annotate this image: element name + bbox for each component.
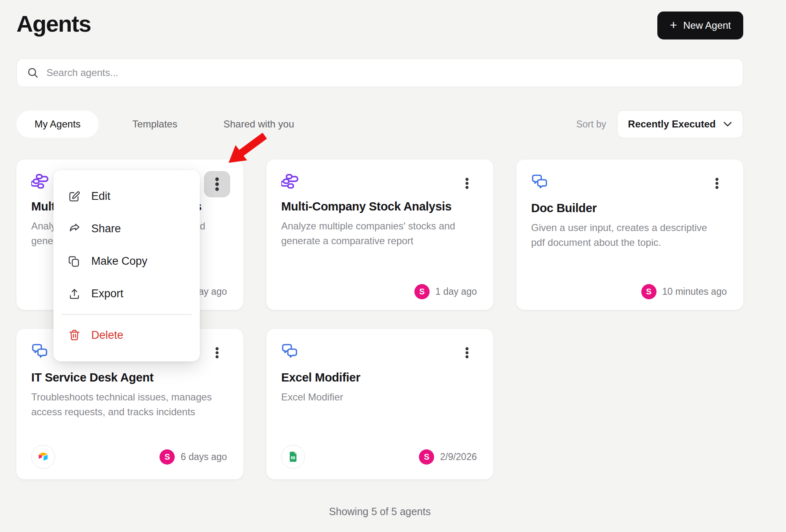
- tab-shared-with-you[interactable]: Shared with you: [223, 111, 294, 138]
- agent-card-description: Given a user input, creates a descriptiv…: [531, 220, 720, 250]
- menu-item-label: Share: [91, 222, 121, 235]
- sort-area: Sort by Recently Executed: [576, 110, 743, 138]
- results-count: Showing 5 of 5 agents: [16, 506, 743, 518]
- search-input[interactable]: [46, 67, 733, 79]
- export-icon: [68, 288, 81, 300]
- sort-by-label: Sort by: [576, 119, 606, 130]
- agent-card-title: Doc Builder: [531, 201, 728, 215]
- chat-bubbles-icon: [281, 343, 298, 362]
- tab-templates[interactable]: Templates: [132, 111, 177, 138]
- agents-screen: Agents + New Agent My Agents Templates S…: [0, 0, 786, 532]
- workflow-icon: [281, 173, 298, 191]
- sort-dropdown[interactable]: Recently Executed: [617, 110, 743, 138]
- menu-item-label: Delete: [91, 329, 123, 342]
- agent-card-description: Troubleshoots technical issues, manages …: [31, 390, 220, 419]
- search-bar[interactable]: [16, 58, 743, 87]
- page-header: Agents + New Agent: [16, 0, 743, 39]
- card-menu-button[interactable]: [457, 173, 477, 193]
- trash-icon: [68, 329, 81, 341]
- menu-item-share[interactable]: Share: [53, 213, 200, 245]
- timestamp: 10 minutes ago: [662, 286, 727, 297]
- avatar: S: [414, 284, 430, 299]
- chat-bubbles-icon: [531, 173, 548, 192]
- avatar: S: [419, 449, 434, 465]
- agent-card-description: Excel Modifier: [281, 390, 470, 405]
- edit-icon: [68, 190, 81, 203]
- menu-item-make-copy[interactable]: Make Copy: [53, 245, 200, 278]
- agent-card-footer: S 2/9/2026: [281, 445, 477, 469]
- workflow-icon: [31, 173, 49, 191]
- google-sheets-icon: [281, 445, 305, 469]
- agent-card-title: IT Service Desk Agent: [31, 371, 228, 384]
- card-menu-button-active[interactable]: [204, 171, 230, 197]
- chat-bubbles-icon: [31, 343, 49, 362]
- card-menu-button[interactable]: [707, 173, 727, 193]
- tabs-row: My Agents Templates Shared with you Sort…: [16, 110, 743, 138]
- plus-icon: +: [670, 19, 677, 31]
- agent-card-footer: S 10 minutes ago: [531, 284, 727, 299]
- page-title: Agents: [16, 11, 91, 37]
- avatar: S: [641, 284, 657, 299]
- search-icon: [27, 67, 39, 79]
- menu-item-export[interactable]: Export: [53, 278, 200, 310]
- timestamp: 6 days ago: [180, 451, 227, 463]
- airtable-icon: [31, 445, 55, 469]
- timestamp: 2/9/2026: [440, 451, 477, 463]
- new-agent-button-label: New Agent: [683, 20, 731, 31]
- menu-item-delete[interactable]: Delete: [53, 319, 200, 352]
- agent-card-multi-company-stock-analysis-2[interactable]: Multi-Company Stock Analysis Analyze mul…: [266, 160, 493, 310]
- agent-card-excel-modifier[interactable]: Excel Modifier Excel Modifier S 2/9/2026: [266, 329, 493, 479]
- chevron-down-icon: [723, 121, 732, 127]
- card-context-menu: Edit Share Make Copy: [53, 170, 200, 361]
- share-icon: [68, 223, 81, 235]
- tab-my-agents[interactable]: My Agents: [16, 111, 99, 138]
- menu-item-label: Make Copy: [91, 255, 148, 268]
- card-menu-button[interactable]: [207, 343, 227, 363]
- menu-divider: [62, 314, 192, 315]
- agent-card-title: Multi-Company Stock Analysis: [281, 200, 478, 213]
- agent-card-description: Analyze multiple companies' stocks and g…: [281, 219, 470, 248]
- sort-selected-value: Recently Executed: [628, 118, 716, 130]
- menu-item-label: Edit: [91, 190, 111, 203]
- new-agent-button[interactable]: + New Agent: [657, 12, 743, 39]
- menu-item-edit[interactable]: Edit: [53, 180, 200, 213]
- menu-item-label: Export: [91, 287, 123, 300]
- agent-card-title: Excel Modifier: [281, 371, 478, 384]
- card-menu-button[interactable]: [457, 343, 477, 363]
- agent-card-footer: S 6 days ago: [31, 445, 227, 469]
- avatar: S: [160, 449, 175, 465]
- agent-card-doc-builder[interactable]: Doc Builder Given a user input, creates …: [516, 160, 743, 310]
- copy-icon: [68, 255, 81, 268]
- timestamp: 1 day ago: [435, 286, 477, 297]
- agent-card-footer: S 1 day ago: [281, 284, 477, 299]
